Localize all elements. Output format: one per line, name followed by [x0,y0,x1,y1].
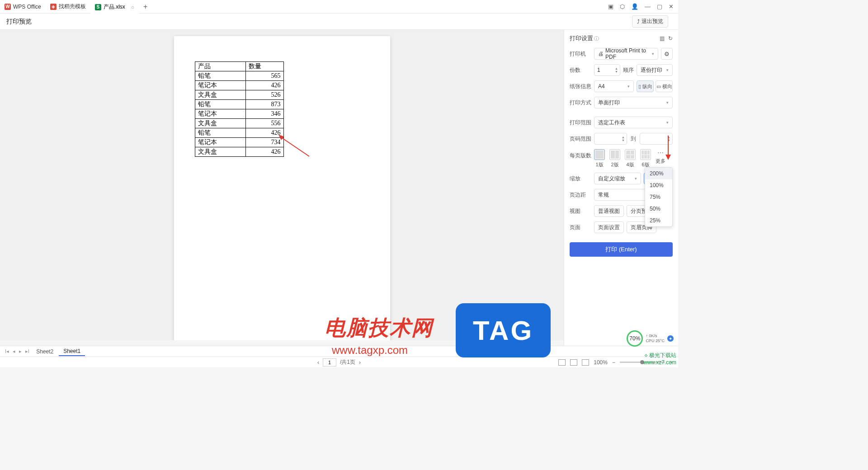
zoom-option-200[interactable]: 200% [645,168,672,179]
view-label: 视图 [570,207,591,215]
table-row: 笔记本426 [195,81,283,90]
watermark-tag-badge: TAG [456,303,551,357]
sheet-nav-first[interactable]: I◂ [4,348,10,354]
wps-icon: W [5,4,11,10]
table-header-row: 产品 数量 [195,62,283,71]
chevron-down-icon: ▾ [627,84,630,89]
table-row: 文具盒526 [195,90,283,100]
layout-icon[interactable]: ▥ [660,35,665,42]
page-to-input[interactable]: ▲▼ [640,133,673,145]
sheet-nav-last[interactable]: ▸I [24,348,31,354]
add-tab-button[interactable]: + [139,3,152,11]
layout-6-option[interactable]: 6版 [640,149,651,168]
preview-canvas[interactable]: 产品 数量 铅笔565 笔记本426 文具盒526 铅笔873 笔记本346 文… [0,30,564,346]
exit-icon: ⤴ [637,19,640,25]
template-tab[interactable]: ◈ 找稻壳模板 [46,0,90,14]
file-tab[interactable]: S 产品.xlsx ○ [90,0,139,14]
table-row: 铅笔873 [195,100,283,109]
sheet-tab-sheet2[interactable]: Sheet2 [32,348,58,356]
paper-label: 纸张信息 [570,83,591,90]
page-next-button[interactable]: › [359,359,361,366]
printer-label: 打印机 [570,50,591,58]
window-controls: ▣ ⬡ 👤 — ▢ ✕ [608,3,678,10]
view-mode-1-icon[interactable] [558,359,566,366]
perf-widget: 70% ↑ 0K/s CPU 25°C ✦ [627,330,674,347]
zoom-option-50[interactable]: 50% [645,203,672,215]
range-select[interactable]: 选定工作表 ▾ [594,117,673,128]
copies-label: 份数 [570,66,591,74]
sheet-tab-sheet1[interactable]: Sheet1 [59,347,85,356]
perf-badge-icon: ✦ [667,335,674,342]
zoom-option-75[interactable]: 75% [645,191,672,203]
table-row: 铅笔565 [195,71,283,81]
data-table: 产品 数量 铅笔565 笔记本426 文具盒526 铅笔873 笔记本346 文… [195,61,284,157]
scale-label: 缩放 [570,175,591,183]
landscape-icon: ▭ [656,84,661,89]
watermark-footer: ⟡ 极光下载站 www.xz7.com [643,352,676,366]
layout-2-option[interactable]: 2版 [609,149,620,168]
view-mode-2-icon[interactable] [570,359,577,366]
table-row: 文具盒426 [195,147,283,157]
file-tab-label: 产品.xlsx [104,3,125,11]
app-tab[interactable]: W WPS Office [0,0,46,14]
zoom-dropdown: 200% 100% 75% 50% 25% [645,167,673,227]
margin-label: 页边距 [570,191,591,199]
zoom-value-label[interactable]: 100% [594,359,608,366]
panel-icon[interactable]: ▣ [608,3,613,10]
page-title: 打印预览 [6,18,32,26]
cube-icon[interactable]: ⬡ [620,3,625,10]
copies-spinner[interactable]: 1 ▲▼ [594,64,620,76]
xlsx-icon: S [95,4,101,10]
close-icon[interactable]: ✕ [669,3,674,10]
view-mode-3-icon[interactable] [582,359,589,366]
printer-settings-button[interactable]: ⚙ [661,48,673,60]
printer-select[interactable]: 🖨 Microsoft Print to PDF ▾ [594,48,658,60]
portrait-icon: ▯ [638,84,641,89]
panel-title: 打印设置 [570,34,593,42]
refresh-icon[interactable]: ↻ [668,35,673,42]
title-bar: W WPS Office ◈ 找稻壳模板 S 产品.xlsx ○ + ▣ ⬡ 👤… [0,0,678,14]
order-select[interactable]: 逐份打印 ▾ [637,64,673,76]
tab-menu-icon[interactable]: ○ [131,4,134,10]
scale-select[interactable]: 自定义缩放 ▾ [594,173,641,184]
printer-icon: 🖨 [598,51,604,57]
perf-circle: 70% [627,330,643,347]
table-row: 笔记本346 [195,109,283,119]
pages-to-label: 到 [630,135,637,143]
zoom-option-25[interactable]: 25% [645,215,672,226]
page-preview: 产品 数量 铅笔565 笔记本426 文具盒526 铅笔873 笔记本346 文… [174,36,390,346]
portrait-toggle[interactable]: ▯ 纵向 [637,80,654,92]
chevron-down-icon: ▾ [666,68,669,72]
table-row: 文具盒556 [195,119,283,128]
page-number-input[interactable] [323,358,336,367]
zoom-option-100[interactable]: 100% [645,179,672,191]
perf-stats: ↑ 0K/s CPU 25°C [646,334,665,343]
minimize-icon[interactable]: — [645,3,651,10]
maximize-icon[interactable]: ▢ [657,3,662,10]
layout-1-option[interactable]: 1版 [594,149,605,168]
app-tab-label: WPS Office [13,4,41,10]
page-prev-button[interactable]: ‹ [317,359,319,366]
normal-view-button[interactable]: 普通视图 [594,205,624,217]
zoom-out-button[interactable]: − [612,359,615,366]
print-button[interactable]: 打印 (Enter) [570,242,673,257]
help-icon[interactable]: ⓘ [594,35,599,42]
sheet-nav-next[interactable]: ▸ [18,348,23,354]
order-label: 顺序 [623,66,634,74]
side-select[interactable]: 单面打印 ▾ [594,97,673,108]
header-product: 产品 [195,62,245,71]
landscape-toggle[interactable]: ▭ 横向 [656,80,673,92]
sheet-nav-prev[interactable]: ◂ [11,348,17,354]
template-tab-label: 找稻壳模板 [59,3,86,10]
table-row: 笔记本734 [195,138,283,147]
chevron-down-icon: ▾ [666,120,669,125]
layout-more-option[interactable]: ⋯ 更多 [656,149,665,164]
paper-select[interactable]: A4 ▾ [594,80,634,92]
layout-label: 每页版数 [570,149,591,160]
layout-4-option[interactable]: 4版 [625,149,636,168]
exit-label: 退出预览 [642,18,663,25]
page-setup-button[interactable]: 页面设置 [594,221,624,233]
page-from-input[interactable]: ▲▼ [594,133,627,145]
exit-preview-button[interactable]: ⤴ 退出预览 [632,15,668,28]
avatar-icon[interactable]: 👤 [631,3,638,10]
